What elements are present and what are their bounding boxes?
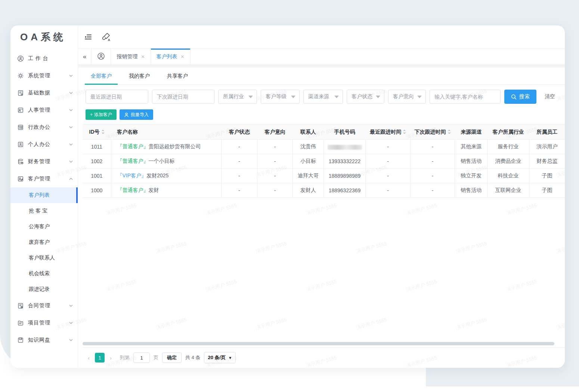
page-backdrop-extension — [426, 366, 579, 386]
tab-tab0[interactable]: 报销管理✕ — [111, 49, 151, 65]
column-header-intent: 客户意向 — [257, 125, 293, 140]
date-input-field-0[interactable] — [90, 94, 143, 100]
sidebar-item-workbench[interactable]: 工 作 台 — [10, 50, 78, 67]
filter-select-label: 客户等级 — [266, 93, 287, 100]
page-number-button[interactable]: 1 — [95, 353, 105, 363]
chevron-down-icon — [69, 125, 73, 130]
next-page-button[interactable]: › — [108, 355, 113, 361]
sidebar-item-personal-office[interactable]: 个人办公 — [10, 136, 78, 153]
sidebar-item-knowledge[interactable]: 知识网盘 — [10, 332, 78, 349]
page-size-select[interactable]: 20 条/页▼ — [204, 352, 236, 363]
subtab-2[interactable]: 共享客户 — [161, 68, 194, 84]
chevron-down-icon — [69, 108, 73, 112]
cell-contact: 小目标 — [293, 154, 323, 169]
knowledge-disk-icon — [17, 337, 24, 343]
cell-id: 1001 — [83, 169, 111, 183]
tab-close-icon[interactable]: ✕ — [141, 54, 145, 59]
filter-select-0[interactable]: 所属行业 — [218, 90, 257, 104]
subtab-1[interactable]: 我的客户 — [123, 68, 156, 84]
chevron-down-icon — [69, 142, 73, 147]
add-customer-button[interactable]: +添加客户 — [86, 109, 117, 120]
goto-confirm-button[interactable]: 确定 — [162, 352, 182, 363]
subtab-label: 共享客户 — [167, 73, 188, 80]
sidebar-item-opportunity-leads[interactable]: 机会线索 — [10, 266, 78, 281]
customer-name[interactable]: 一个小目标 — [149, 158, 175, 164]
sidebar-item-customer-list[interactable]: 客户列表 — [10, 187, 78, 203]
chevron-down-icon — [291, 96, 295, 98]
column-header-id[interactable]: ID号 — [83, 125, 111, 140]
cell-name: 『普通客户』一个小目标 — [111, 154, 222, 169]
sort-icon[interactable] — [448, 129, 451, 136]
filter-select-4[interactable]: 客户意向 — [388, 90, 426, 104]
customer-name[interactable]: 发财2025 — [146, 172, 168, 178]
sidebar-item-admin-office[interactable]: 行政办公 — [10, 119, 78, 136]
filter-select-label: 渠道来源 — [308, 93, 329, 100]
sidebar-item-abandoned[interactable]: 废弃客户 — [10, 234, 78, 250]
content-spacer — [83, 198, 565, 342]
collapse-menu-icon[interactable] — [83, 32, 93, 42]
subtab-0[interactable]: 全部客户 — [85, 68, 118, 84]
filter-select-label: 所属行业 — [223, 93, 244, 100]
filter-select-3[interactable]: 客户状态 — [347, 90, 384, 104]
subtab-label: 我的客户 — [129, 73, 150, 80]
sidebar-item-contract[interactable]: 合同管理 — [10, 297, 78, 314]
cell-status: - — [222, 154, 257, 169]
hr-card-icon — [17, 107, 24, 113]
keyword-input-field[interactable] — [434, 94, 496, 100]
table-row[interactable]: 1011『普通客户』贵阳远超炒货有限公司--沈贵伟--其他来源服务行业演示用户 — [83, 140, 565, 154]
cell-staff: 子图 — [529, 169, 565, 183]
customer-name[interactable]: 贵阳远超炒货有限公司 — [149, 143, 201, 149]
filter-select-1[interactable]: 客户等级 — [261, 90, 300, 104]
column-header-next_follow[interactable]: 下次跟进时间 — [410, 125, 455, 140]
tab-customer-list[interactable]: 客户列表✕ — [151, 49, 191, 65]
table-row[interactable]: 1000『普通客户』发财--发财人18896322369--销售活动互联网企业子… — [83, 183, 565, 198]
goto-page-input[interactable] — [133, 352, 150, 363]
theme-brush-icon[interactable]: A — [101, 32, 111, 42]
cell-intent: - — [257, 183, 293, 198]
sidebar-item-customer[interactable]: 客户管理 — [10, 170, 78, 187]
table-row[interactable]: 1002『普通客户』一个小目标--小目标13933332222--销售活动消费品… — [83, 154, 565, 169]
sidebar-item-public-sea[interactable]: 公海客户 — [10, 219, 78, 234]
sidebar-item-project[interactable]: 项目管理 — [10, 314, 78, 332]
customer-table-wrap: ID号客户名称客户状态客户意向联系人手机号码最近跟进时间下次跟进时间来源渠道客户… — [83, 124, 565, 198]
tab-home[interactable] — [92, 49, 111, 65]
clear-button[interactable]: 清空 — [545, 93, 555, 100]
table-row[interactable]: 1001『VIP客户』发财2025--迪拜大哥18889898989--独立开发… — [83, 169, 565, 183]
filter-select-label: 客户状态 — [352, 93, 372, 100]
tab-bar: « 报销管理✕客户列表✕ — [78, 49, 565, 65]
prev-page-button[interactable]: ‹ — [86, 355, 91, 361]
keyword-input — [430, 90, 501, 104]
horizontal-scrollbar-thumb[interactable] — [83, 342, 554, 345]
sidebar-item-system[interactable]: 系统管理 — [10, 67, 78, 84]
sort-icon[interactable] — [101, 129, 105, 136]
search-icon — [511, 94, 517, 100]
sidebar-item-finance[interactable]: 财务管理 — [10, 153, 78, 170]
sidebar-subitem-label: 客户列表 — [29, 192, 50, 199]
cell-industry: 消费品企业 — [487, 154, 529, 169]
column-header-last_follow[interactable]: 最近跟进时间 — [366, 125, 410, 140]
chevron-down-icon — [69, 91, 73, 95]
cell-phone — [323, 140, 366, 154]
sidebar-item-follow-records[interactable]: 跟进记录 — [10, 281, 78, 297]
project-folder-icon — [17, 320, 24, 326]
sort-icon[interactable] — [403, 129, 406, 136]
sidebar-item-basicdata[interactable]: 基础数据 — [10, 84, 78, 102]
sidebar-item-customer-contacts[interactable]: 客户联系人 — [10, 250, 78, 266]
sidebar-item-hr[interactable]: 人事管理 — [10, 102, 78, 119]
tabs-collapse-button[interactable]: « — [78, 49, 92, 65]
date-input-field-1[interactable] — [157, 94, 210, 100]
person-icon — [124, 112, 129, 117]
customer-name[interactable]: 发财 — [149, 187, 159, 193]
column-header-status: 客户状态 — [222, 125, 257, 140]
filter-select-label: 客户意向 — [393, 93, 414, 100]
cell-contact: 发财人 — [293, 183, 323, 198]
tab-close-icon[interactable]: ✕ — [181, 54, 185, 59]
action-bar: +添加客户 批量导入 — [86, 109, 565, 120]
sidebar-item-label: 合同管理 — [28, 302, 69, 309]
main-area: A « 报销管理✕客户列表✕ 全部客户我的客户共享客户 所属行业客户等级渠道来源… — [78, 25, 565, 368]
filter-select-2[interactable]: 渠道来源 — [303, 90, 343, 104]
batch-import-button[interactable]: 批量导入 — [120, 109, 153, 120]
sidebar-item-qiangkebao[interactable]: 抢 客 宝 — [10, 203, 78, 219]
search-button[interactable]: 搜索 — [504, 90, 536, 104]
horizontal-scrollbar — [83, 342, 564, 346]
